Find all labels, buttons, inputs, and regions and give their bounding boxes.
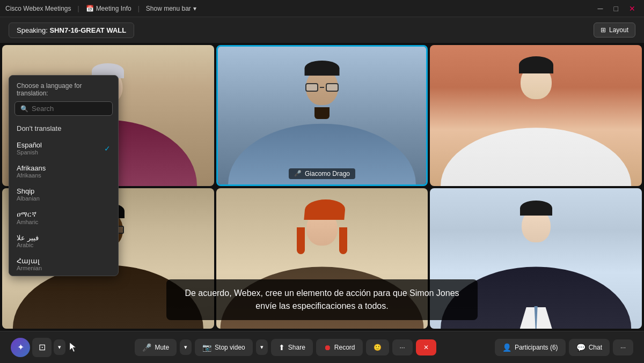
mic-icon-2: 🎤 [294, 170, 302, 177]
lang-name: Don't translate [17, 124, 61, 132]
participants-icon: 👤 [502, 343, 511, 352]
lang-sub: Spanish [17, 149, 42, 155]
title-bar: Cisco Webex Meetings | 📅 Meeting Info | … [0, 0, 644, 17]
show-menu-bar-btn[interactable]: Show menu bar ▾ [146, 5, 196, 12]
lang-sub: Arabic [17, 242, 39, 248]
lang-name: Afrikaans [17, 164, 46, 172]
participants-label: Participants (6) [515, 344, 558, 351]
record-label: Record [334, 344, 355, 351]
lang-item-arabic[interactable]: فيير علا Arabic [9, 229, 118, 253]
mute-label: Mute [155, 344, 169, 351]
subtitle-text: De acuerdo, Webex, cree un elemento de a… [185, 288, 459, 310]
mic-icon: 🎤 [142, 343, 151, 352]
meeting-info-btn[interactable]: 📅 Meeting Info [86, 5, 131, 12]
lang-item-albanian[interactable]: Shqip Albanian [9, 183, 118, 206]
search-icon: 🔍 [20, 105, 28, 113]
lang-item-afrikaans[interactable]: Afrikaans Afrikaans [9, 160, 118, 183]
more-button[interactable]: ··· [392, 339, 413, 355]
end-call-button[interactable]: ✕ [416, 339, 436, 355]
stop-video-button[interactable]: 📷 Stop video [195, 339, 253, 356]
record-icon: ⏺ [324, 343, 331, 352]
checkmark-icon: ✓ [104, 144, 111, 153]
share-label: Share [288, 344, 305, 351]
lang-name: Español [17, 141, 42, 149]
lang-name: Հայալ [17, 257, 42, 265]
lang-sub: Albanian [17, 195, 40, 202]
emoji-icon: 🙂 [374, 344, 382, 351]
share-icon: ⬆ [279, 343, 285, 352]
toolbar-right: 👤 Participants (6) 💬 Chat ··· [495, 339, 633, 356]
close-button[interactable]: ✕ [626, 4, 639, 13]
participant-name-2: Giacomo Drago [305, 170, 350, 177]
lang-name: Shqip [17, 187, 40, 195]
minimize-button[interactable]: ─ [595, 4, 606, 13]
subtitle-overlay: De acuerdo, Webex, cree un elemento de a… [166, 279, 478, 320]
stop-video-label: Stop video [215, 344, 245, 351]
caret-down-icon: ▾ [58, 344, 61, 350]
more-icon: ··· [400, 344, 405, 351]
meeting-header: Speaking: SHN7-16-GREAT WALL ⊞ Layout [0, 17, 644, 43]
lang-name: فيير علا [17, 234, 39, 242]
chat-label: Chat [589, 344, 602, 351]
layout-icon: ⊞ [601, 26, 606, 34]
video-cell-2: 🎤 Giacomo Drago [216, 45, 428, 186]
layout-button[interactable]: ⊞ Layout [594, 23, 635, 38]
cursor [70, 343, 76, 352]
sep2: | [138, 5, 140, 12]
lang-name: ዐማርኛ [17, 210, 38, 219]
layout-label: Layout [609, 26, 628, 34]
video-grid: 🎤 Giacomo Drago [0, 43, 644, 331]
captions-button[interactable]: ⊡ [32, 338, 52, 357]
speaking-label: Speaking: [17, 26, 48, 34]
language-list: Don't translate Español Spanish ✓ Afrika… [9, 120, 118, 276]
toolbar: ✦ ⊡ ▾ 🎤 Mute ▾ 📷 Stop video ▾ ⬆ Share [0, 331, 644, 363]
lang-item-armenian[interactable]: Հայալ Armenian [9, 253, 118, 276]
video-icon: 📷 [202, 343, 211, 352]
captions-caret-button[interactable]: ▾ [54, 339, 65, 355]
video-cell-3 [430, 45, 642, 186]
ai-assistant-button[interactable]: ✦ [11, 338, 30, 357]
lang-sub: Armenian [17, 265, 42, 271]
share-button[interactable]: ⬆ Share [271, 339, 313, 356]
maximize-button[interactable]: □ [611, 4, 621, 13]
toolbar-left: ✦ ⊡ ▾ [11, 338, 76, 357]
lang-sub: Amharic [17, 219, 38, 225]
lang-item-spanish[interactable]: Español Spanish ✓ [9, 137, 118, 160]
video-caret-button[interactable]: ▾ [256, 339, 268, 355]
end-call-icon: ✕ [423, 344, 429, 351]
speaking-badge: Speaking: SHN7-16-GREAT WALL [9, 23, 134, 38]
ai-icon: ✦ [17, 342, 24, 352]
search-box[interactable]: 🔍 [14, 101, 113, 116]
language-dropdown[interactable]: Choose a language for translation: 🔍 Don… [9, 75, 119, 276]
captions-icon: ⊡ [39, 342, 46, 352]
sep1: | [78, 5, 79, 12]
speaker-name: SHN7-16-GREAT WALL [49, 26, 126, 34]
more-right-icon: ··· [620, 344, 626, 351]
toolbar-center: 🎤 Mute ▾ 📷 Stop video ▾ ⬆ Share ⏺ Record… [135, 339, 436, 356]
more-right-button[interactable]: ··· [613, 339, 633, 355]
lang-item-amharic[interactable]: ዐማርኛ Amharic [9, 206, 118, 229]
window-controls: ─ □ ✕ [595, 4, 639, 13]
chat-button[interactable]: 💬 Chat [569, 339, 610, 356]
mute-button[interactable]: 🎤 Mute [135, 339, 177, 356]
dropdown-header: Choose a language for translation: [9, 76, 118, 101]
name-tag-2: 🎤 Giacomo Drago [289, 168, 355, 179]
mute-caret-button[interactable]: ▾ [180, 339, 192, 355]
search-input[interactable] [32, 105, 107, 113]
record-button[interactable]: ⏺ Record [316, 339, 363, 356]
lang-item-dont-translate[interactable]: Don't translate [9, 120, 118, 137]
emoji-button[interactable]: 🙂 [366, 339, 389, 355]
participants-button[interactable]: 👤 Participants (6) [495, 339, 566, 356]
lang-sub: Afrikaans [17, 172, 46, 179]
app-logo: Cisco Webex Meetings [5, 5, 71, 12]
chat-icon: 💬 [576, 343, 586, 352]
